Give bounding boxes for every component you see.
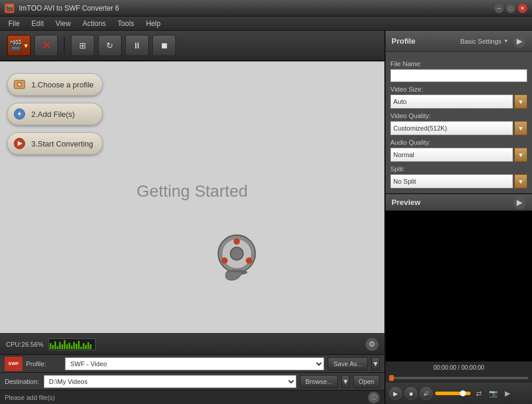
video-size-select[interactable]: Auto 320x240 640x480 xyxy=(390,95,513,109)
split-select[interactable]: No Split By Size By Time xyxy=(390,174,513,188)
audio-quality-row: Normal High Low ▼ xyxy=(390,148,527,162)
menu-file[interactable]: File xyxy=(2,18,25,29)
menu-bar: File Edit View Actions Tools Help xyxy=(0,17,532,31)
browse-button[interactable]: Browse... xyxy=(300,375,338,388)
snapshot-button[interactable]: 📷 xyxy=(487,387,499,399)
window-controls: ─ □ ✕ xyxy=(494,4,527,13)
svg-point-10 xyxy=(234,238,240,245)
svg-point-2 xyxy=(18,83,21,86)
separator-1 xyxy=(64,37,65,54)
basic-settings-label: Basic Settings xyxy=(460,38,501,45)
preview-expand-button[interactable]: ▶ xyxy=(513,196,526,209)
profile-field-label: Profile: xyxy=(26,360,61,367)
add-file-button[interactable]: 🎬 ▼ xyxy=(7,35,31,56)
destination-select[interactable]: D:\My Videos xyxy=(44,375,296,388)
step2-icon: + xyxy=(12,107,27,121)
stop-ctrl-button[interactable]: ■ xyxy=(404,387,417,400)
cpu-bar xyxy=(85,345,87,348)
save-arrow-button[interactable]: ▼ xyxy=(371,357,380,370)
app-title: ImTOO AVI to SWF Converter 6 xyxy=(19,4,489,12)
playback-thumb xyxy=(389,375,394,381)
menu-view[interactable]: View xyxy=(50,18,77,29)
cpu-bar xyxy=(83,343,84,349)
menu-actions[interactable]: Actions xyxy=(77,18,112,29)
svg-point-11 xyxy=(246,258,252,264)
split-row: No Split By Size By Time ▼ xyxy=(390,174,527,188)
play-button[interactable]: ▶ xyxy=(389,387,402,400)
cpu-bar xyxy=(57,346,58,349)
export-button[interactable]: ⊞ xyxy=(71,35,94,56)
film-reel xyxy=(207,227,266,286)
file-name-label: File Name: xyxy=(390,60,527,67)
stop-button[interactable]: ⏹ xyxy=(152,35,176,56)
cpu-bar xyxy=(61,344,63,349)
step2-label: 2.Add File(s) xyxy=(31,110,75,119)
save-as-button[interactable]: Save As... xyxy=(328,357,368,370)
content-area: 1.Choose a profile + 2.Add File(s) xyxy=(0,61,384,333)
open-button[interactable]: Open xyxy=(353,375,380,388)
pause-button[interactable]: ⏸ xyxy=(125,35,149,56)
status-bar: CPU:26.56% xyxy=(0,333,384,354)
main-layout: 🎬 ▼ ✕ ⊞ ↻ ⏸ ⏹ xyxy=(0,31,532,404)
close-button[interactable]: ✕ xyxy=(518,4,527,13)
audio-quality-arrow-icon[interactable]: ▼ xyxy=(514,148,527,162)
settings-button[interactable]: ⚙ xyxy=(365,338,378,351)
menu-help[interactable]: Help xyxy=(140,18,167,29)
step-add-files[interactable]: + 2.Add File(s) xyxy=(7,103,103,125)
info-button[interactable]: ⓘ xyxy=(368,392,380,403)
toolbar: 🎬 ▼ ✕ ⊞ ↻ ⏸ ⏹ xyxy=(0,31,384,61)
svg-point-9 xyxy=(230,247,243,260)
repeat-button[interactable]: ⇄ xyxy=(473,387,485,399)
basic-settings-button[interactable]: Basic Settings ▼ xyxy=(460,38,508,45)
scroll-right-button[interactable]: ▶ xyxy=(513,35,526,48)
cpu-label: CPU:26.56% xyxy=(6,341,44,348)
video-size-arrow-icon[interactable]: ▼ xyxy=(514,95,527,109)
split-arrow-icon[interactable]: ▼ xyxy=(514,174,527,188)
time-display: 00:00:00 / 00:00:00 xyxy=(390,364,527,371)
left-panel: 🎬 ▼ ✕ ⊞ ↻ ⏸ ⏹ xyxy=(0,31,384,404)
right-panel: Profile Basic Settings ▼ ▶ File Name: Vi… xyxy=(384,31,532,404)
app-icon: 🎬 xyxy=(5,4,14,13)
playback-slider[interactable] xyxy=(389,377,528,379)
step1-label: 1.Choose a profile xyxy=(31,80,94,89)
cpu-bar xyxy=(78,341,80,349)
cpu-bar xyxy=(66,344,68,348)
menu-edit[interactable]: Edit xyxy=(25,18,50,29)
step-start-converting[interactable]: 3.Start Converting xyxy=(7,132,103,155)
profile-select[interactable]: SWF - Video xyxy=(65,357,324,370)
svg-point-12 xyxy=(221,258,228,264)
profile-row: SWF Profile: SWF - Video Save As... ▼ xyxy=(0,354,384,372)
chevron-down-icon: ▼ xyxy=(504,38,508,44)
cpu-bar xyxy=(76,344,77,349)
video-quality-arrow-icon[interactable]: ▼ xyxy=(514,121,527,135)
volume-button[interactable]: 🔊 xyxy=(420,387,433,400)
cpu-bar xyxy=(80,347,82,349)
fullscreen-button[interactable]: ▶ xyxy=(501,387,513,399)
profile-section-title: Profile xyxy=(391,37,460,45)
dest-field-label: Destination: xyxy=(5,378,40,385)
file-name-input[interactable] xyxy=(390,69,527,82)
cpu-graph xyxy=(48,338,96,350)
preview-timeline: 00:00:00 / 00:00:00 xyxy=(386,361,532,373)
cpu-bar xyxy=(87,342,89,348)
remove-button[interactable]: ✕ xyxy=(34,35,58,56)
step-choose-profile[interactable]: 1.Choose a profile xyxy=(7,73,103,96)
video-quality-select[interactable]: Customized(512K) High Medium xyxy=(390,121,513,135)
steps-panel: 1.Choose a profile + 2.Add File(s) xyxy=(7,73,103,155)
audio-quality-label: Audio Quality: xyxy=(390,139,527,146)
maximize-button[interactable]: □ xyxy=(506,4,515,13)
refresh-button[interactable]: ↻ xyxy=(98,35,122,56)
cpu-bar xyxy=(73,342,75,349)
cpu-bar xyxy=(50,343,51,349)
volume-slider[interactable] xyxy=(435,392,471,395)
cpu-bar xyxy=(90,344,92,349)
preview-title: Preview xyxy=(391,198,513,207)
getting-started-text: Getting Started xyxy=(136,182,247,201)
minimize-button[interactable]: ─ xyxy=(494,4,504,13)
status-message: Please add file(s) xyxy=(5,394,368,401)
menu-tools[interactable]: Tools xyxy=(112,18,140,29)
preview-section: Preview ▶ 00:00:00 / 00:00:00 ▶ ■ 🔊 xyxy=(386,193,532,404)
browse-arrow-button[interactable]: ▼ xyxy=(341,375,350,388)
audio-quality-select[interactable]: Normal High Low xyxy=(390,148,513,162)
profile-header: Profile Basic Settings ▼ ▶ xyxy=(386,31,532,52)
